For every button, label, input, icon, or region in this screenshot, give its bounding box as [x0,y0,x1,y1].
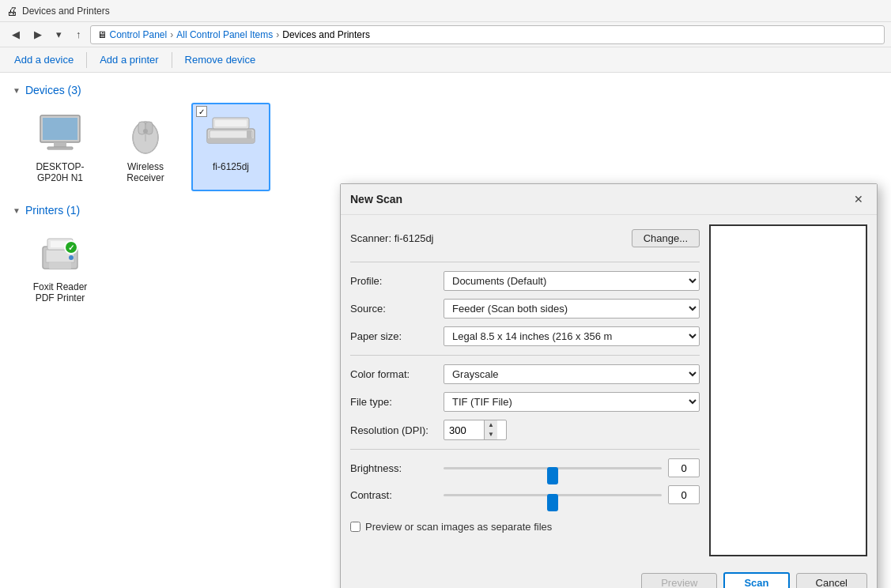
svg-rect-18 [49,262,71,269]
device-item-wireless-receiver[interactable]: Wireless Receiver [106,103,185,191]
preview-button[interactable]: Preview [641,573,717,588]
paper-size-row: Paper size: Legal 8.5 x 14 inches (216 x… [350,322,700,350]
scanner-info-row: Scanner: fi-6125dj Change... [350,224,700,257]
brightness-thumb[interactable] [547,467,558,484]
breadcrumb: 🖥 Control Panel › All Control Panel Item… [90,25,885,44]
mouse-icon [126,114,165,155]
dialog-close-button[interactable]: ✕ [850,190,867,208]
resolution-spinner-buttons: ▲ ▼ [484,420,497,439]
contrast-thumb[interactable] [547,494,558,511]
title-bar: 🖨 Devices and Printers [0,0,891,22]
svg-rect-15 [247,130,251,138]
paper-size-select[interactable]: Legal 8.5 x 14 inches (216 x 356 m Lette… [444,326,700,346]
device-label-foxit-printer: Foxit Reader PDF Printer [28,281,92,303]
scan-button[interactable]: Scan [723,572,789,588]
source-row: Source: Feeder (Scan both sides) Feeder … [350,295,700,322]
change-scanner-button[interactable]: Change... [632,229,700,247]
window-title: Devices and Printers [22,6,110,17]
printer-status-badge [64,240,78,254]
brightness-track [444,467,662,469]
scanner-label: Scanner: fi-6125dj [350,232,434,244]
brightness-label: Brightness: [350,462,437,474]
svg-rect-12 [210,130,252,138]
device-icon-printer [32,231,88,278]
toolbar-separator-1 [86,52,87,68]
left-panel: ▼ Devices (3) DESKTOP-GP20H N1 [0,73,332,588]
resolution-input[interactable] [444,422,484,439]
device-label-desktop: DESKTOP-GP20H N1 [28,161,92,183]
resolution-row: Resolution (DPI): ▲ ▼ [350,416,700,444]
source-label: Source: [350,303,437,315]
device-item-foxit-printer[interactable]: Foxit Reader PDF Printer [21,223,100,311]
resolution-spin-down[interactable]: ▼ [485,430,497,439]
resolution-label: Resolution (DPI): [350,424,437,436]
color-format-select[interactable]: Grayscale Color Black and White [444,364,700,384]
preview-checkbox-row: Preview or scan images as separate files [350,514,700,536]
printers-section-header[interactable]: ▼ Printers (1) [13,204,319,217]
svg-rect-11 [207,138,255,143]
resolution-spin-up[interactable]: ▲ [485,420,497,430]
add-printer-button[interactable]: Add a printer [92,51,166,68]
back-button[interactable]: ◀ [6,26,25,43]
devices-chevron: ▼ [13,86,21,95]
dropdown-button[interactable]: ▾ [51,26,67,43]
device-item-desktop[interactable]: DESKTOP-GP20H N1 [21,103,100,191]
devices-grid: DESKTOP-GP20H N1 Wireless Receiver [21,103,319,191]
printer-icon [36,234,84,275]
form-separator-1 [350,262,700,262]
file-type-control: TIF (TIF File) BMP JPG PNG [444,392,700,412]
dialog-form: Scanner: fi-6125dj Change... Profile: Do… [350,224,700,556]
forward-button[interactable]: ▶ [28,26,47,43]
file-type-row: File type: TIF (TIF File) BMP JPG PNG [350,388,700,416]
source-control: Feeder (Scan both sides) Feeder (Scan on… [444,299,700,318]
color-format-row: Color format: Grayscale Color Black and … [350,360,700,388]
device-icon-desktop [32,111,88,158]
svg-point-22 [69,255,74,260]
resolution-control: ▲ ▼ [444,420,700,440]
preview-panel [709,224,867,556]
remove-device-button[interactable]: Remove device [177,51,264,68]
profile-select[interactable]: Documents (Default) Photo Custom [444,271,700,291]
svg-rect-3 [47,147,73,149]
up-button[interactable]: ↑ [70,26,87,43]
contrast-track [444,494,662,496]
color-format-label: Color format: [350,368,437,380]
dialog-title: New Scan [350,193,402,205]
toolbar-separator-2 [172,52,172,68]
devices-section-header[interactable]: ▼ Devices (3) [13,84,319,96]
device-label-wireless-receiver: Wireless Receiver [114,161,177,183]
paper-size-label: Paper size: [350,330,437,342]
svg-rect-1 [43,118,77,140]
resolution-spinner: ▲ ▼ [444,420,507,440]
printers-grid: Foxit Reader PDF Printer [21,223,319,311]
device-label-scanner: fi-6125dj [213,161,249,172]
contrast-control [444,485,700,504]
color-format-control: Grayscale Color Black and White [444,364,700,384]
brightness-slider-container [444,460,662,476]
toolbar: Add a device Add a printer Remove device [0,47,891,73]
svg-rect-2 [54,142,66,147]
form-separator-2 [350,355,700,356]
main-content: ▼ Devices (3) DESKTOP-GP20H N1 [0,73,891,588]
printers-section-title: Printers (1) [25,204,80,217]
add-device-button[interactable]: Add a device [6,51,81,68]
svg-rect-14 [215,120,247,126]
breadcrumb-segment-1[interactable]: Control Panel [110,29,168,40]
printers-chevron: ▼ [13,206,21,215]
device-item-scanner[interactable]: ✓ fi-6125dj [191,103,270,191]
source-select[interactable]: Feeder (Scan both sides) Feeder (Scan on… [444,299,700,318]
device-icon-scanner [203,111,259,158]
profile-label: Profile: [350,275,437,287]
brightness-row: Brightness: [350,454,700,481]
breadcrumb-segment-2[interactable]: All Control Panel Items [176,29,273,40]
contrast-label: Contrast: [350,489,437,501]
contrast-value[interactable] [668,485,700,504]
breadcrumb-segment-3: Devices and Printers [282,29,370,40]
file-type-select[interactable]: TIF (TIF File) BMP JPG PNG [444,392,700,412]
preview-separate-checkbox[interactable] [350,522,361,532]
brightness-value[interactable] [668,458,700,477]
cancel-button[interactable]: Cancel [796,573,867,588]
preview-separate-label[interactable]: Preview or scan images as separate files [365,521,552,533]
profile-row: Profile: Documents (Default) Photo Custo… [350,267,700,295]
dialog-title-bar: New Scan ✕ [341,184,877,215]
